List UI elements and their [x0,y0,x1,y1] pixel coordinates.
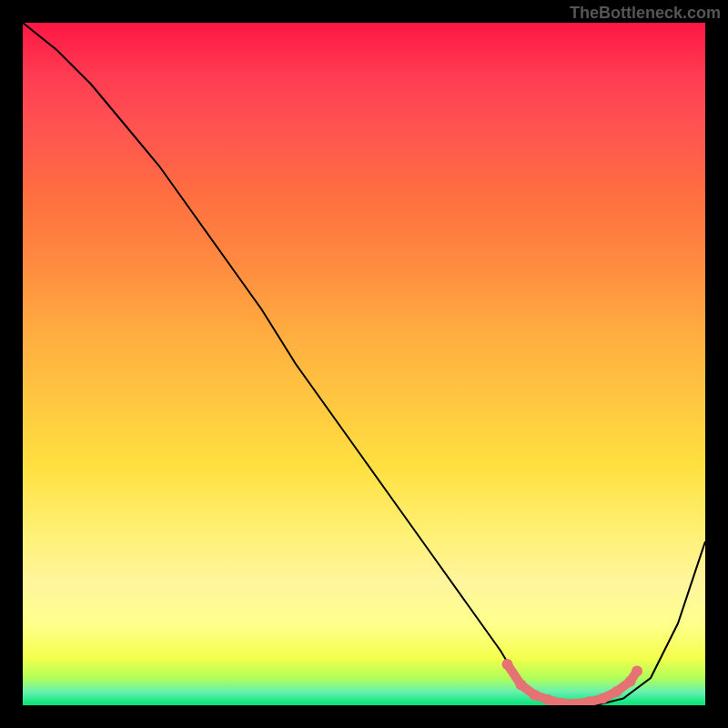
optimal-dot [530,690,541,701]
chart-container: TheBottleneck.com [0,0,728,728]
main-curve [23,23,705,705]
optimal-dot [625,676,636,687]
chart-svg [23,23,705,705]
bottleneck-curve-path [23,23,705,705]
optimal-dot [543,694,554,705]
optimal-dot [502,659,513,670]
optimal-dot [598,693,609,704]
optimal-dot [612,686,622,697]
optimal-dot [516,680,527,691]
optimal-dot [632,666,642,677]
watermark-text: TheBottleneck.com [570,4,721,23]
optimal-zone-line [508,664,638,704]
